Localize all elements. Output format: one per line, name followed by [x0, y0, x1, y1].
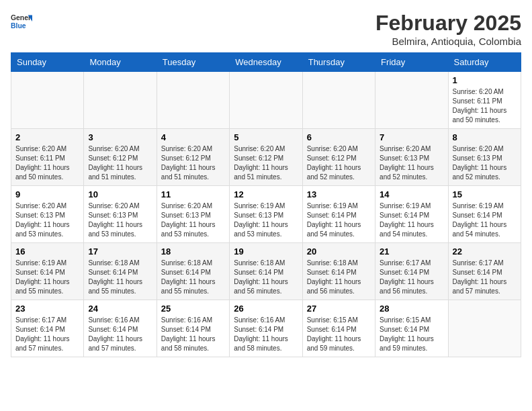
day-info: Sunrise: 6:20 AMSunset: 6:12 PMDaylight:…: [161, 144, 225, 182]
day-number: 2: [15, 132, 79, 142]
calendar-day-cell: 9Sunrise: 6:20 AMSunset: 6:13 PMDaylight…: [11, 186, 84, 243]
calendar-day-cell: [375, 72, 448, 129]
calendar-day-cell: 26Sunrise: 6:16 AMSunset: 6:14 PMDayligh…: [230, 300, 302, 357]
day-info: Sunrise: 6:19 AMSunset: 6:14 PMDaylight:…: [307, 201, 371, 239]
day-info: Sunrise: 6:19 AMSunset: 6:14 PMDaylight:…: [380, 201, 443, 239]
day-info: Sunrise: 6:20 AMSunset: 6:13 PMDaylight:…: [161, 201, 225, 239]
calendar-day-cell: 11Sunrise: 6:20 AMSunset: 6:13 PMDayligh…: [157, 186, 229, 243]
day-info: Sunrise: 6:20 AMSunset: 6:12 PMDaylight:…: [88, 144, 152, 182]
calendar-day-cell: 12Sunrise: 6:19 AMSunset: 6:13 PMDayligh…: [230, 186, 302, 243]
day-number: 11: [161, 189, 225, 199]
day-info: Sunrise: 6:20 AMSunset: 6:12 PMDaylight:…: [234, 144, 298, 182]
day-number: 26: [234, 304, 298, 314]
calendar-day-cell: 10Sunrise: 6:20 AMSunset: 6:13 PMDayligh…: [84, 186, 157, 243]
day-number: 3: [88, 132, 152, 142]
calendar-day-cell: 2Sunrise: 6:20 AMSunset: 6:11 PMDaylight…: [11, 129, 84, 186]
calendar-week-row: 16Sunrise: 6:19 AMSunset: 6:14 PMDayligh…: [11, 243, 521, 300]
day-info: Sunrise: 6:17 AMSunset: 6:14 PMDaylight:…: [453, 259, 517, 296]
day-number: 13: [307, 189, 371, 199]
day-info: Sunrise: 6:15 AMSunset: 6:14 PMDaylight:…: [380, 316, 443, 353]
weekday-header-thursday: Thursday: [302, 53, 375, 72]
day-number: 8: [453, 132, 517, 142]
day-info: Sunrise: 6:17 AMSunset: 6:14 PMDaylight:…: [15, 316, 79, 353]
day-info: Sunrise: 6:20 AMSunset: 6:13 PMDaylight:…: [453, 144, 517, 182]
day-info: Sunrise: 6:16 AMSunset: 6:14 PMDaylight:…: [88, 316, 152, 353]
page-subtitle: Belmira, Antioquia, Colombia: [375, 36, 521, 47]
day-info: Sunrise: 6:18 AMSunset: 6:14 PMDaylight:…: [307, 259, 371, 296]
calendar-day-cell: 21Sunrise: 6:17 AMSunset: 6:14 PMDayligh…: [375, 243, 448, 300]
day-number: 12: [234, 189, 298, 199]
calendar-day-cell: 24Sunrise: 6:16 AMSunset: 6:14 PMDayligh…: [84, 300, 157, 357]
title-block: February 2025 Belmira, Antioquia, Colomb…: [375, 11, 521, 47]
calendar-table: SundayMondayTuesdayWednesdayThursdayFrid…: [11, 52, 521, 357]
day-number: 22: [453, 246, 517, 257]
calendar-day-cell: 22Sunrise: 6:17 AMSunset: 6:14 PMDayligh…: [448, 243, 521, 300]
calendar-week-row: 9Sunrise: 6:20 AMSunset: 6:13 PMDaylight…: [11, 186, 521, 243]
calendar-day-cell: 20Sunrise: 6:18 AMSunset: 6:14 PMDayligh…: [302, 243, 375, 300]
calendar-day-cell: 4Sunrise: 6:20 AMSunset: 6:12 PMDaylight…: [157, 129, 229, 186]
day-number: 25: [161, 304, 225, 314]
day-info: Sunrise: 6:20 AMSunset: 6:11 PMDaylight:…: [453, 87, 517, 125]
page-title: February 2025: [375, 11, 521, 36]
day-info: Sunrise: 6:20 AMSunset: 6:13 PMDaylight:…: [15, 201, 79, 239]
day-number: 19: [234, 246, 298, 257]
day-number: 16: [15, 246, 79, 257]
day-number: 4: [161, 132, 225, 142]
weekday-header-friday: Friday: [375, 53, 448, 72]
logo: General Blue: [11, 11, 32, 32]
day-number: 28: [380, 304, 443, 314]
day-info: Sunrise: 6:18 AMSunset: 6:14 PMDaylight:…: [161, 259, 225, 296]
calendar-day-cell: 13Sunrise: 6:19 AMSunset: 6:14 PMDayligh…: [302, 186, 375, 243]
day-info: Sunrise: 6:19 AMSunset: 6:14 PMDaylight:…: [15, 259, 79, 296]
day-info: Sunrise: 6:20 AMSunset: 6:12 PMDaylight:…: [307, 144, 371, 182]
day-number: 10: [88, 189, 152, 199]
logo-icon: General Blue: [11, 11, 32, 32]
day-info: Sunrise: 6:18 AMSunset: 6:14 PMDaylight:…: [234, 259, 298, 296]
calendar-week-row: 2Sunrise: 6:20 AMSunset: 6:11 PMDaylight…: [11, 129, 521, 186]
svg-text:Blue: Blue: [11, 22, 26, 30]
day-number: 6: [307, 132, 371, 142]
day-info: Sunrise: 6:19 AMSunset: 6:14 PMDaylight:…: [453, 201, 517, 239]
calendar-day-cell: 16Sunrise: 6:19 AMSunset: 6:14 PMDayligh…: [11, 243, 84, 300]
day-info: Sunrise: 6:16 AMSunset: 6:14 PMDaylight:…: [161, 316, 225, 353]
day-number: 27: [307, 304, 371, 314]
calendar-day-cell: 6Sunrise: 6:20 AMSunset: 6:12 PMDaylight…: [302, 129, 375, 186]
calendar-day-cell: [157, 72, 229, 129]
day-number: 23: [15, 304, 79, 314]
weekday-header-tuesday: Tuesday: [157, 53, 229, 72]
day-number: 1: [453, 75, 517, 85]
calendar-day-cell: [302, 72, 375, 129]
day-number: 9: [15, 189, 79, 199]
calendar-day-cell: 17Sunrise: 6:18 AMSunset: 6:14 PMDayligh…: [84, 243, 157, 300]
calendar-day-cell: 14Sunrise: 6:19 AMSunset: 6:14 PMDayligh…: [375, 186, 448, 243]
calendar-week-row: 1Sunrise: 6:20 AMSunset: 6:11 PMDaylight…: [11, 72, 521, 129]
weekday-header-saturday: Saturday: [448, 53, 521, 72]
calendar-day-cell: 19Sunrise: 6:18 AMSunset: 6:14 PMDayligh…: [230, 243, 302, 300]
calendar-day-cell: [84, 72, 157, 129]
calendar-day-cell: 25Sunrise: 6:16 AMSunset: 6:14 PMDayligh…: [157, 300, 229, 357]
day-number: 17: [88, 246, 152, 257]
calendar-day-cell: 1Sunrise: 6:20 AMSunset: 6:11 PMDaylight…: [448, 72, 521, 129]
calendar-day-cell: 23Sunrise: 6:17 AMSunset: 6:14 PMDayligh…: [11, 300, 84, 357]
calendar-week-row: 23Sunrise: 6:17 AMSunset: 6:14 PMDayligh…: [11, 300, 521, 357]
calendar-day-cell: 27Sunrise: 6:15 AMSunset: 6:14 PMDayligh…: [302, 300, 375, 357]
calendar-day-cell: 8Sunrise: 6:20 AMSunset: 6:13 PMDaylight…: [448, 129, 521, 186]
calendar-day-cell: 28Sunrise: 6:15 AMSunset: 6:14 PMDayligh…: [375, 300, 448, 357]
weekday-header-row: SundayMondayTuesdayWednesdayThursdayFrid…: [11, 53, 521, 72]
calendar-day-cell: [230, 72, 302, 129]
day-info: Sunrise: 6:15 AMSunset: 6:14 PMDaylight:…: [307, 316, 371, 353]
calendar-day-cell: 18Sunrise: 6:18 AMSunset: 6:14 PMDayligh…: [157, 243, 229, 300]
page-header: General Blue February 2025 Belmira, Anti…: [11, 11, 521, 47]
weekday-header-monday: Monday: [84, 53, 157, 72]
day-info: Sunrise: 6:18 AMSunset: 6:14 PMDaylight:…: [88, 259, 152, 296]
weekday-header-wednesday: Wednesday: [230, 53, 302, 72]
day-info: Sunrise: 6:19 AMSunset: 6:13 PMDaylight:…: [234, 201, 298, 239]
calendar-day-cell: [11, 72, 84, 129]
day-number: 20: [307, 246, 371, 257]
weekday-header-sunday: Sunday: [11, 53, 84, 72]
day-number: 5: [234, 132, 298, 142]
calendar-day-cell: 15Sunrise: 6:19 AMSunset: 6:14 PMDayligh…: [448, 186, 521, 243]
day-info: Sunrise: 6:17 AMSunset: 6:14 PMDaylight:…: [380, 259, 443, 296]
day-info: Sunrise: 6:16 AMSunset: 6:14 PMDaylight:…: [234, 316, 298, 353]
day-number: 14: [380, 189, 443, 199]
